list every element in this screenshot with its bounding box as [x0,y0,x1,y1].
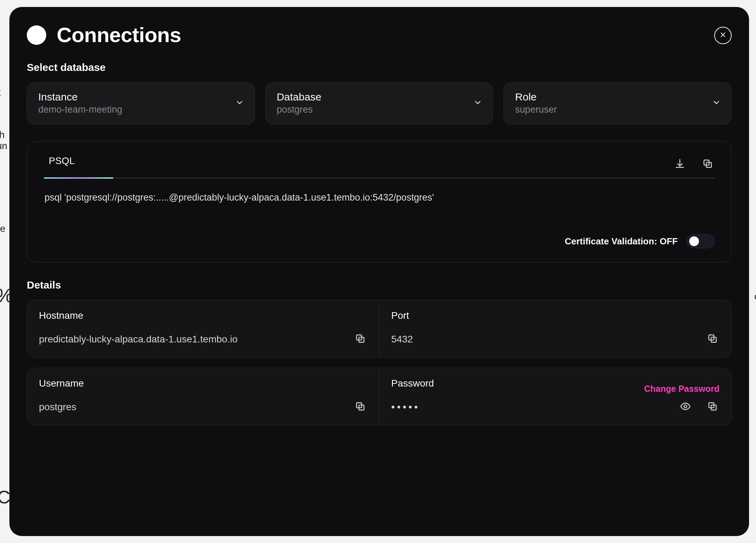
certificate-validation-row: Certificate Validation: OFF [44,203,715,248]
bg-text: lt [0,87,1,98]
copy-icon [702,165,713,170]
copy-icon [707,340,718,345]
role-selector[interactable]: Role superuser [504,82,732,124]
toggle-knob [689,236,699,246]
copy-connection-button[interactable] [701,157,715,172]
username-cell: Username postgres [27,368,379,425]
role-value: superuser [515,104,557,115]
tab-underline [44,178,715,178]
close-icon [719,31,727,40]
database-value: postgres [277,104,321,115]
bg-text: C [0,487,10,508]
connections-modal: Connections Select database Instance dem… [9,7,749,536]
modal-title-wrap: Connections [27,23,181,47]
hostname-cell: Hostname predictably-lucky-alpaca.data-1… [27,300,379,357]
copy-hostname-button[interactable] [353,332,367,347]
copy-password-button[interactable] [706,399,719,414]
copy-username-button[interactable] [353,399,367,414]
database-selector[interactable]: Database postgres [265,82,493,124]
details-row-1: Hostname predictably-lucky-alpaca.data-1… [27,300,732,357]
modal-title: Connections [57,23,181,47]
certificate-validation-label: Certificate Validation: OFF [565,236,678,247]
change-password-link[interactable]: Change Password [644,384,719,394]
username-value: postgres [39,402,76,413]
role-label: Role [515,91,557,103]
connection-string: psql 'postgresql://postgres:.....@predic… [44,178,715,203]
username-label: Username [39,378,367,389]
chevron-down-icon [473,98,482,108]
password-cell: Password Change Password ••••• [379,368,731,425]
certificate-validation-toggle[interactable] [687,234,715,248]
svg-point-8 [684,405,687,408]
details-heading: Details [27,279,732,291]
select-database-heading: Select database [27,62,732,73]
port-value: 5432 [391,334,413,345]
instance-value: demo-team-meeting [38,104,122,115]
hostname-label: Hostname [39,310,367,321]
bg-text: or [754,291,756,302]
instance-label: Instance [38,91,122,103]
password-label: Password [391,378,434,389]
connections-logo-icon [27,25,46,45]
copy-icon [355,340,366,345]
details-row-2: Username postgres Password Change Passwo… [27,368,732,425]
download-button[interactable] [673,157,687,172]
database-selectors: Instance demo-team-meeting Database post… [27,82,732,124]
copy-port-button[interactable] [706,332,719,347]
port-label: Port [391,310,719,321]
modal-header: Connections [27,23,732,47]
reveal-password-button[interactable] [678,399,692,414]
bg-text: ce [0,223,6,234]
hostname-value: predictably-lucky-alpaca.data-1.use1.tem… [39,334,238,345]
port-cell: Port 5432 [379,300,731,357]
connection-tabs-row: PSQL [44,141,715,178]
close-button[interactable] [714,27,732,44]
chevron-down-icon [235,98,244,108]
chevron-down-icon [712,98,721,108]
password-masked: ••••• [391,401,420,413]
connection-actions [673,157,715,177]
eye-icon [680,408,691,413]
copy-icon [707,408,718,413]
download-icon [674,165,685,170]
database-label: Database [277,91,321,103]
bg-text: th un [0,129,7,152]
tab-psql[interactable]: PSQL [44,155,80,178]
copy-icon [355,408,366,413]
connection-string-card: PSQL psql 'postgresql://postgres:.....@p… [27,141,732,262]
instance-selector[interactable]: Instance demo-team-meeting [27,82,255,124]
